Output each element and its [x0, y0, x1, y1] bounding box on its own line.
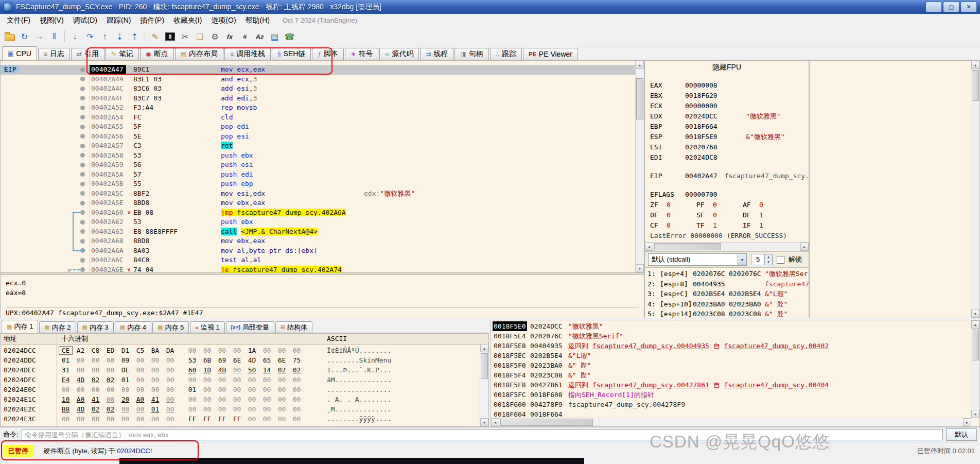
step-over-button[interactable]: ↷ [83, 30, 97, 44]
attach-remote-button[interactable]: ☎ [283, 30, 296, 44]
menu-item-2[interactable]: 视图(V) [35, 14, 68, 26]
disasm-row[interactable]: 00402A555Fpop edi [1, 122, 644, 132]
dropdown-arrow-icon[interactable]: ▼ [738, 254, 746, 265]
tab-struct[interactable]: ⊞结构体 [275, 321, 312, 333]
command-input[interactable] [22, 429, 943, 440]
scroll-down-icon[interactable]: ▼ [971, 310, 979, 318]
stepper-down-icon[interactable]: ▼ [765, 260, 772, 265]
stack-row[interactable]: 0018F5F002023BA0&" 䏶" [491, 360, 979, 370]
dump-row[interactable]: 02024DFCE44D0202010000000000000000000000… [1, 375, 488, 385]
disasm-row[interactable]: 00402A4C83C6 03add esi,3 [1, 84, 644, 94]
breakpoint-dot[interactable] [80, 77, 85, 81]
stack-pane[interactable]: 0018F5E002024DCC"微软雅黑"0018F5E40202076C"微… [491, 320, 980, 427]
breakpoint-dot[interactable] [80, 191, 85, 196]
menu-item-7[interactable]: 选项(O) [206, 14, 240, 26]
scroll-up-icon[interactable]: ▲ [480, 344, 488, 352]
open-file-button[interactable] [3, 30, 16, 44]
argument-row[interactable]: 5:[esp+14]02023C0802023C08&" 䏶" [645, 309, 809, 318]
register-row[interactable]: ESP0018F5E0&"微软雅黑" [645, 132, 809, 142]
tab-symbols[interactable]: ∗符号 [345, 48, 378, 60]
disasm-row[interactable]: 00402A6E∨74 04je fscapture47_dump_scy.40… [1, 265, 644, 273]
tab-watch-1[interactable]: ●监视 1 [190, 321, 225, 333]
scrollbar-track[interactable] [653, 243, 800, 251]
right-pane-scrollbar[interactable]: ▲ ▼ [971, 61, 979, 318]
tab-notes[interactable]: ✎笔记 [106, 48, 139, 60]
scrollbar-thumb[interactable] [972, 70, 979, 101]
disasm-row[interactable]: 00402A4F83C7 03add edi,3 [1, 94, 644, 104]
argument-row[interactable]: 4:[esp+10]02023BA002023BA0&" 䏶" [645, 299, 809, 310]
tab-dump-1[interactable]: ▦内存 1 [2, 320, 38, 333]
scrollbar-track[interactable] [971, 69, 979, 310]
breakpoint-dot[interactable] [80, 153, 85, 158]
stack-row[interactable]: 0018F5E002024DCC"微软雅黑" [491, 321, 979, 331]
disasm-row[interactable]: 00402A5C8BF2mov esi,edxedx:"微软雅黑" [1, 189, 644, 199]
breakpoint-dot[interactable] [80, 182, 85, 186]
tab-dump-4[interactable]: ▦内存 4 [115, 321, 151, 333]
breakpoint-dot[interactable] [80, 210, 85, 215]
scrollbar-thumb[interactable] [654, 243, 721, 250]
command-profile-button[interactable]: 默认 [946, 428, 977, 441]
menu-item-4[interactable]: 跟踪(N) [102, 14, 135, 26]
tab-dump-3[interactable]: ▦内存 3 [77, 321, 114, 333]
register-row[interactable]: EDX02024DCC"微软雅黑" [645, 111, 809, 122]
stack-row[interactable]: 0018F5F800427861返回到 fscapture47_dump_scy… [491, 380, 979, 390]
menu-item-5[interactable]: 插件(P) [135, 14, 169, 26]
scrollbar-thumb[interactable] [636, 78, 643, 119]
register-row[interactable]: EBP0018F664 [645, 122, 809, 132]
stack-row[interactable]: 0018F5EC0202B5E4&"L瑕" [491, 351, 979, 360]
breakpoint-dot[interactable] [80, 125, 85, 129]
tab-trace[interactable]: ∴跟踪 [490, 48, 522, 60]
memory-dump-pane[interactable]: 地址 十六进制 ASCII 02024DCCCEA2C8EDD1C5BADA00… [0, 333, 489, 427]
disasm-row[interactable]: 00402A4983E1 03and ecx,3 [1, 75, 644, 84]
scrollbar-thumb[interactable] [500, 419, 593, 426]
dump-row[interactable]: 02024E3C0000000000000000FFFFFFFF00000000… [1, 414, 488, 424]
scrollbar-track[interactable] [480, 352, 488, 418]
flags-row[interactable]: OF0SF0DF1 [645, 210, 809, 220]
tab-script[interactable]: ƒ脚本 [312, 48, 344, 60]
breakpoint-dot[interactable] [80, 220, 85, 225]
disasm-row[interactable]: 00402A54FCcld [1, 113, 644, 123]
stack-row[interactable]: 0018F5E800404935返回到 fscapture47_dump_scy… [491, 341, 979, 351]
tab-source[interactable]: ‹›源代码 [379, 48, 419, 60]
breakpoint-dot[interactable] [80, 248, 85, 253]
maximize-button[interactable]: ▢ [943, 2, 959, 12]
scrollbar-thumb[interactable] [481, 353, 488, 379]
disasm-row[interactable]: 00402A565Epop esi [1, 132, 644, 142]
settings-button[interactable]: ⚙ [208, 30, 222, 44]
disassembly-pane[interactable]: 00402A4789C1mov ecx,eax00402A4983E1 03an… [0, 60, 644, 273]
scroll-up-icon[interactable]: ▲ [971, 61, 979, 69]
close-button[interactable]: ✕ [960, 2, 977, 12]
breakpoint-dot[interactable] [80, 172, 85, 177]
tab-seh[interactable]: §SEH链 [272, 48, 311, 60]
patches-button[interactable]: ✂ [178, 30, 192, 44]
scroll-down-icon[interactable]: ▼ [480, 418, 488, 426]
menu-item-8[interactable]: 帮助(H) [241, 14, 274, 26]
stack-row[interactable]: 0018F5FC0018F608指向SEH_Record[1]的指针 [491, 390, 979, 400]
tab-dump-2[interactable]: ▦内存 2 [39, 321, 76, 333]
tab-cpu[interactable]: ▣CPU [2, 46, 37, 60]
scroll-right-icon[interactable]: ► [800, 243, 809, 251]
argument-count-stepper[interactable]: 5 ▲ ▼ [751, 254, 773, 265]
disasm-row[interactable]: 00402A4789C1mov ecx,eax [1, 65, 644, 75]
stack-vscrollbar[interactable]: ▲ ▼ [971, 320, 979, 418]
comments-button[interactable]: ❏ [193, 30, 207, 44]
breakpoint-dot[interactable] [80, 229, 85, 234]
scrollbar-track[interactable] [499, 418, 963, 426]
scroll-up-icon[interactable]: ▲ [971, 320, 979, 329]
menu-item-1[interactable]: 文件(F) [2, 14, 35, 26]
breakpoint-dot[interactable] [80, 239, 85, 244]
scroll-up-icon[interactable]: ▲ [636, 61, 644, 69]
disasm-row[interactable]: 00402A5956push esi [1, 160, 644, 170]
register-row[interactable]: ECX00000000 [645, 101, 809, 111]
favourite-functions-button[interactable]: fx [223, 30, 237, 44]
breakpoint-dot[interactable] [80, 67, 85, 72]
log-window-button[interactable]: 8 [163, 30, 177, 44]
registers-pane[interactable]: 隐藏FPU EAX00000008EBX0018F620ECX00000000E… [644, 60, 809, 318]
scroll-down-icon[interactable]: ▼ [636, 264, 644, 272]
disasm-row[interactable]: 00402A6253push ebx [1, 217, 644, 227]
breakpoint-dot[interactable] [80, 115, 85, 119]
disasm-row[interactable]: 00402A688BD8mov ebx,eax [1, 236, 644, 246]
unlock-checkbox[interactable] [777, 256, 784, 264]
breakpoint-dot[interactable] [80, 267, 85, 272]
restart-button[interactable]: ↻ [18, 30, 31, 44]
